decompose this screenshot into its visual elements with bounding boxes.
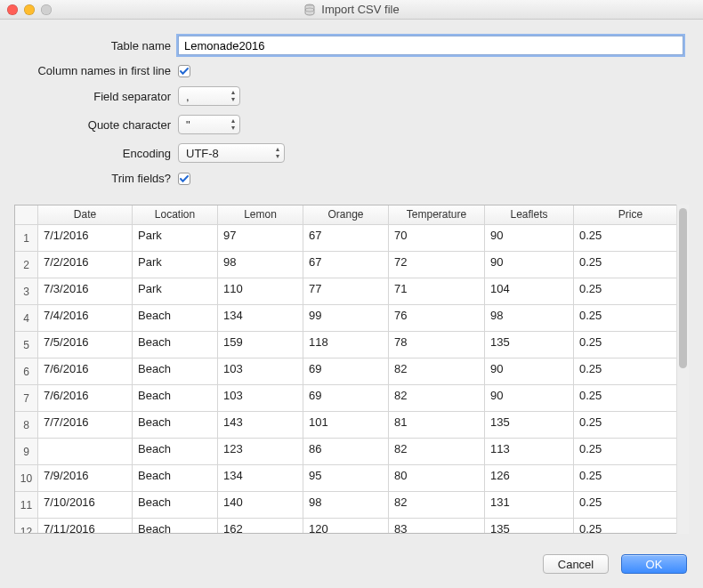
dialog-footer: Cancel OK [0, 542, 703, 588]
column-header[interactable]: Location [133, 205, 218, 224]
column-header[interactable]: Lemon [218, 205, 303, 224]
column-names-first-line-checkbox[interactable] [178, 65, 190, 77]
column-header[interactable]: Orange [303, 205, 389, 224]
field-separator-label: Field separator [20, 90, 178, 103]
table-cell: 0.25 [574, 225, 688, 251]
preview-table[interactable]: Date Location Lemon Orange Temperature L… [14, 205, 689, 534]
window-titlebar: Import CSV file [0, 0, 703, 20]
table-name-label: Table name [20, 39, 178, 52]
table-cell: 0.25 [574, 519, 688, 533]
table-cell: 104 [485, 278, 574, 304]
table-body[interactable]: 17/1/2016Park976770900.2527/2/2016Park98… [15, 225, 688, 533]
table-cell: Beach [133, 492, 218, 518]
ok-button[interactable]: OK [621, 554, 687, 574]
quote-character-value: " [186, 118, 190, 132]
encoding-select[interactable]: UTF-8 ▴▾ [178, 143, 285, 163]
table-cell: 7/3/2016 [38, 278, 133, 304]
table-cell: 7/11/2016 [38, 519, 133, 533]
table-cell: 7/5/2016 [38, 332, 133, 358]
table-row[interactable]: 17/1/2016Park976770900.25 [15, 225, 688, 252]
table-cell: 98 [303, 492, 389, 518]
table-cell: 7/4/2016 [38, 305, 133, 331]
table-cell: 101 [303, 412, 389, 438]
table-cell: 7/9/2016 [38, 465, 133, 491]
zoom-window-button[interactable] [41, 4, 52, 15]
row-number-header [15, 205, 38, 224]
table-cell: 135 [485, 412, 574, 438]
table-cell: 0.25 [574, 465, 688, 491]
window-controls [7, 4, 52, 15]
row-number-cell: 6 [15, 358, 38, 384]
table-cell: 77 [303, 278, 389, 304]
table-cell: 7/6/2016 [38, 385, 133, 411]
table-cell: 0.25 [574, 358, 688, 384]
chevron-up-down-icon: ▴▾ [231, 89, 235, 103]
trim-fields-label: Trim fields? [20, 172, 178, 185]
trim-fields-checkbox[interactable] [178, 173, 190, 185]
table-cell: Beach [133, 332, 218, 358]
vertical-scrollbar[interactable] [676, 205, 689, 534]
table-row[interactable]: 67/6/2016Beach1036982900.25 [15, 358, 688, 385]
table-header-row: Date Location Lemon Orange Temperature L… [15, 205, 688, 225]
table-cell: 131 [485, 492, 574, 518]
table-cell: 71 [389, 278, 485, 304]
table-row[interactable]: 87/7/2016Beach143101811350.25 [15, 412, 688, 439]
table-cell: 0.25 [574, 385, 688, 411]
table-cell: 82 [389, 492, 485, 518]
table-cell: 0.25 [574, 278, 688, 304]
field-separator-select[interactable]: , ▴▾ [178, 86, 240, 106]
table-cell: Beach [133, 519, 218, 533]
row-number-cell: 1 [15, 225, 38, 251]
table-cell: 143 [218, 412, 303, 438]
table-cell: 82 [389, 439, 485, 464]
table-cell: 103 [218, 358, 303, 384]
column-header[interactable]: Temperature [389, 205, 485, 224]
column-names-first-line-label: Column names in first line [20, 64, 178, 77]
table-name-input[interactable] [178, 36, 683, 55]
column-header[interactable]: Leaflets [485, 205, 574, 224]
table-row[interactable]: 47/4/2016Beach1349976980.25 [15, 305, 688, 332]
close-window-button[interactable] [7, 4, 18, 15]
table-cell: 7/7/2016 [38, 412, 133, 438]
table-cell: 78 [389, 332, 485, 358]
table-row[interactable]: 27/2/2016Park986772900.25 [15, 252, 688, 278]
table-cell: 0.25 [574, 305, 688, 331]
table-row[interactable]: 57/5/2016Beach159118781350.25 [15, 332, 688, 358]
table-cell: Beach [133, 385, 218, 411]
row-number-cell: 12 [15, 519, 38, 533]
table-row[interactable]: 117/10/2016Beach14098821310.25 [15, 492, 688, 519]
table-row[interactable]: 37/3/2016Park11077711040.25 [15, 278, 688, 305]
table-cell: 0.25 [574, 412, 688, 438]
column-header[interactable]: Date [38, 205, 133, 224]
table-cell: 134 [218, 465, 303, 491]
table-cell: 135 [485, 332, 574, 358]
table-cell: 70 [389, 225, 485, 251]
cancel-button[interactable]: Cancel [543, 554, 609, 574]
row-number-cell: 2 [15, 252, 38, 278]
table-cell: 97 [218, 225, 303, 251]
minimize-window-button[interactable] [24, 4, 35, 15]
table-cell: 95 [303, 465, 389, 491]
table-cell: Park [133, 225, 218, 251]
svg-point-0 [305, 4, 314, 8]
table-cell: 98 [485, 305, 574, 331]
table-cell: 7/10/2016 [38, 492, 133, 518]
table-cell: 123 [218, 439, 303, 464]
svg-point-1 [305, 8, 314, 12]
table-row[interactable]: 77/6/2016Beach1036982900.25 [15, 385, 688, 412]
row-number-cell: 4 [15, 305, 38, 331]
row-number-cell: 7 [15, 385, 38, 411]
table-row[interactable]: 127/11/2016Beach162120831350.25 [15, 519, 688, 533]
chevron-up-down-icon: ▴▾ [231, 117, 235, 132]
table-row[interactable]: 9Beach12386821130.25 [15, 439, 688, 465]
table-cell [38, 439, 133, 464]
table-cell: 159 [218, 332, 303, 358]
column-header[interactable]: Price [574, 205, 688, 224]
scrollbar-thumb[interactable] [679, 208, 687, 368]
table-cell: 86 [303, 439, 389, 464]
quote-character-select[interactable]: " ▴▾ [178, 115, 240, 134]
table-row[interactable]: 107/9/2016Beach13495801260.25 [15, 465, 688, 492]
table-cell: 126 [485, 465, 574, 491]
table-cell: 162 [218, 519, 303, 533]
table-cell: 69 [303, 358, 389, 384]
